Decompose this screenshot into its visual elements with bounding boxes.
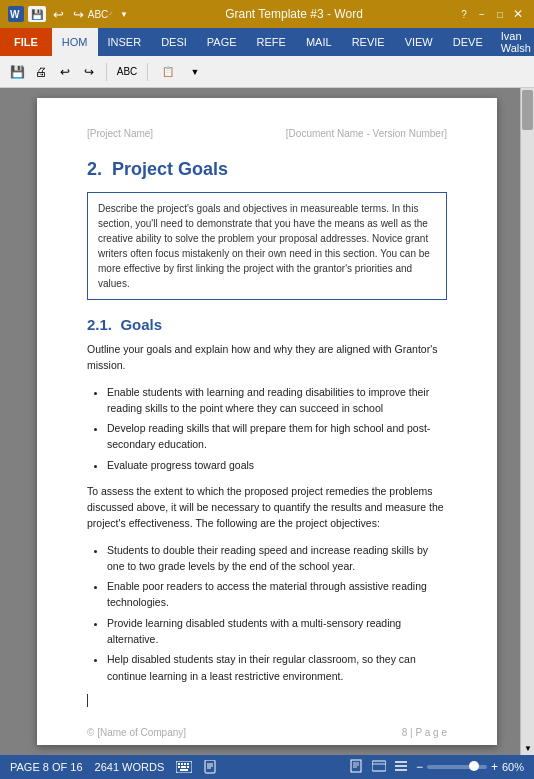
tab-view[interactable]: VIEW <box>395 28 443 56</box>
header-right: [Document Name - Version Number] <box>286 128 447 139</box>
text-cursor <box>87 694 88 707</box>
toolbar: 💾 🖨 ↩ ↪ ABC 📋 ▼ <box>0 56 534 88</box>
undo-icon[interactable]: ↩ <box>50 6 66 22</box>
header-left: [Project Name] <box>87 128 153 139</box>
toolbar-more[interactable]: 📋 <box>154 61 182 83</box>
section-title: 2. Project Goals <box>87 159 447 180</box>
tab-design[interactable]: DESI <box>151 28 197 56</box>
tab-references[interactable]: REFE <box>247 28 296 56</box>
zoom-thumb <box>469 761 479 771</box>
list-item: Develop reading skills that will prepare… <box>107 420 447 453</box>
subsection-title: 2.1. Goals <box>87 316 447 333</box>
toolbar-sep-2 <box>147 63 148 81</box>
status-bar: PAGE 8 OF 16 2641 WORDS − + 60% <box>0 755 534 779</box>
app-icon: W <box>8 6 24 22</box>
zoom-control[interactable]: − + 60% <box>416 760 524 774</box>
page-footer: © [Name of Company] 8 | P a g e <box>87 727 447 738</box>
info-box: Describe the project's goals and objecti… <box>87 192 447 300</box>
svg-rect-7 <box>178 766 180 768</box>
tab-review[interactable]: REVIE <box>342 28 395 56</box>
title-bar: W 💾 ↩ ↪ ABC✓ ▼ Grant Template #3 - Word … <box>0 0 534 28</box>
close-button[interactable]: ✕ <box>510 6 526 22</box>
help-button[interactable]: ? <box>456 6 472 22</box>
bullet-list-2: Students to double their reading speed a… <box>107 542 447 684</box>
svg-rect-8 <box>181 766 186 768</box>
keyboard-icon <box>176 761 192 773</box>
tab-insert[interactable]: INSER <box>98 28 152 56</box>
scroll-bar[interactable]: ▲ ▼ <box>520 88 534 755</box>
document-area: [Project Name] [Document Name - Version … <box>0 88 534 755</box>
scroll-thumb[interactable] <box>522 90 533 130</box>
svg-rect-10 <box>180 769 188 771</box>
svg-rect-5 <box>184 763 186 765</box>
list-item: Enable students with learning and readin… <box>107 384 447 417</box>
footer-page-number: 8 | P a g e <box>402 727 447 738</box>
list-item: Students to double their reading speed a… <box>107 542 447 575</box>
svg-text:W: W <box>10 9 20 20</box>
info-box-text: Describe the project's goals and objecti… <box>98 203 430 289</box>
page-header: [Project Name] [Document Name - Version … <box>87 128 447 139</box>
title-bar-icons: W 💾 ↩ ↪ ABC✓ ▼ <box>8 6 132 22</box>
doc-icon <box>204 760 218 774</box>
page-count[interactable]: PAGE 8 OF 16 <box>10 761 83 773</box>
list-item: Provide learning disabled students with … <box>107 615 447 648</box>
list-item: Enable poor readers to access the materi… <box>107 578 447 611</box>
tab-developer[interactable]: DEVE <box>443 28 493 56</box>
user-area: Ivan Walsh ▾ K <box>493 28 534 56</box>
mid-paragraph: To assess the extent to which the propos… <box>87 483 447 532</box>
window-controls: ? − □ ✕ <box>456 6 526 22</box>
svg-rect-4 <box>181 763 183 765</box>
svg-rect-9 <box>187 766 189 768</box>
ribbon-tabs: FILE HOM INSER DESI PAGE REFE MAIL REVIE… <box>0 28 534 56</box>
tab-page[interactable]: PAGE <box>197 28 247 56</box>
scroll-down-arrow[interactable]: ▼ <box>521 741 534 755</box>
save-icon[interactable]: 💾 <box>28 6 46 22</box>
svg-rect-15 <box>351 760 361 772</box>
tab-file[interactable]: FILE <box>0 28 52 56</box>
toolbar-save[interactable]: 💾 <box>6 61 28 83</box>
status-right: − + 60% <box>350 759 524 775</box>
toolbar-print[interactable]: 🖨 <box>30 61 52 83</box>
svg-rect-6 <box>187 763 189 765</box>
list-item: Help disabled students stay in their reg… <box>107 651 447 684</box>
cursor-position[interactable] <box>87 694 447 708</box>
spell-icon[interactable]: ABC✓ <box>90 6 112 22</box>
minimize-button[interactable]: − <box>474 6 490 22</box>
footer-copyright: © [Name of Company] <box>87 727 186 738</box>
list-item: Evaluate progress toward goals <box>107 457 447 473</box>
toolbar-dropdown[interactable]: ▼ <box>184 61 206 83</box>
intro-paragraph: Outline your goals and explain how and w… <box>87 341 447 374</box>
zoom-slider[interactable] <box>427 765 487 769</box>
tab-home[interactable]: HOM <box>52 28 98 56</box>
view-print-icon[interactable] <box>350 759 364 775</box>
zoom-minus[interactable]: − <box>416 760 423 774</box>
zoom-percent: 60% <box>502 761 524 773</box>
word-count-label: 2641 WORDS <box>95 761 165 773</box>
zoom-plus[interactable]: + <box>491 760 498 774</box>
maximize-button[interactable]: □ <box>492 6 508 22</box>
bullet-list-1: Enable students with learning and readin… <box>107 384 447 473</box>
redo-icon[interactable]: ↪ <box>70 6 86 22</box>
view-web-icon[interactable] <box>372 759 386 775</box>
tab-mail[interactable]: MAIL <box>296 28 342 56</box>
user-name: Ivan Walsh <box>501 30 534 54</box>
svg-rect-3 <box>178 763 180 765</box>
toolbar-spellcheck[interactable]: ABC <box>113 61 141 83</box>
window-title: Grant Template #3 - Word <box>138 7 450 21</box>
toolbar-sep-1 <box>106 63 107 81</box>
view-outline-icon[interactable] <box>394 759 408 775</box>
quick-access-dropdown[interactable]: ▼ <box>116 6 132 22</box>
svg-rect-19 <box>372 761 386 771</box>
doc-page: [Project Name] [Document Name - Version … <box>37 98 497 745</box>
toolbar-undo[interactable]: ↩ <box>54 61 76 83</box>
word-count[interactable]: 2641 WORDS <box>95 761 165 773</box>
page-count-label: PAGE 8 OF 16 <box>10 761 83 773</box>
toolbar-redo[interactable]: ↪ <box>78 61 100 83</box>
